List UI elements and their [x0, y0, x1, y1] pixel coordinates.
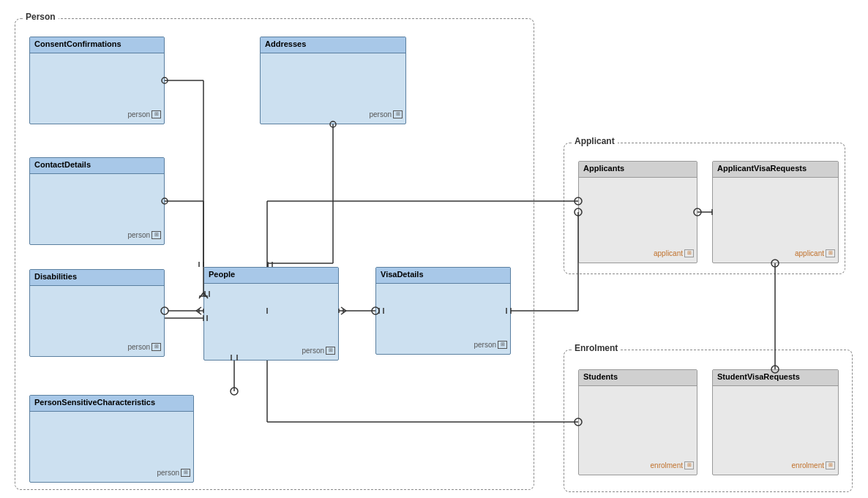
entity-personsensitive: PersonSensitiveCharacteristics person ⊞ [29, 395, 194, 483]
entity-visadetails-footer: person ⊞ [474, 341, 507, 349]
entity-personsensitive-body: person ⊞ [30, 412, 193, 479]
entity-people: People person ⊞ [203, 267, 339, 361]
entity-addresses-body: person ⊞ [261, 53, 405, 121]
entity-students-header: Students [579, 370, 697, 386]
entity-applicantvisarequests-footer: applicant ⊞ [795, 249, 835, 257]
entity-applicants: Applicants applicant ⊞ [578, 161, 697, 263]
entity-students-footer: enrolment ⊞ [651, 461, 694, 469]
entity-contactdetails: ContactDetails person ⊞ [29, 157, 165, 245]
entity-studentvisarequests-footer: enrolment ⊞ [792, 461, 835, 469]
entity-applicantvisarequests-body: applicant ⊞ [713, 178, 838, 260]
entity-applicants-body: applicant ⊞ [579, 178, 697, 260]
entity-disabilities-body: person ⊞ [30, 286, 164, 353]
enrolment-group-label: Enrolment [572, 343, 621, 353]
entity-consent: ConsentConfirmations person ⊞ [29, 37, 165, 124]
entity-consent-header: ConsentConfirmations [30, 37, 164, 53]
entity-visadetails-body: person ⊞ [376, 284, 510, 351]
entity-people-header: People [204, 268, 338, 284]
entity-consent-body: person ⊞ [30, 53, 164, 121]
entity-students-body: enrolment ⊞ [579, 386, 697, 472]
entity-personsensitive-footer: person ⊞ [157, 469, 190, 477]
entity-addresses-footer: person ⊞ [369, 110, 403, 118]
entity-applicantvisarequests: ApplicantVisaRequests applicant ⊞ [712, 161, 839, 263]
entity-disabilities-header: Disabilities [30, 270, 164, 286]
person-group-label: Person [23, 12, 59, 22]
entity-applicantvisarequests-header: ApplicantVisaRequests [713, 162, 838, 178]
entity-visadetails: VisaDetails person ⊞ [375, 267, 511, 355]
entity-personsensitive-header: PersonSensitiveCharacteristics [30, 396, 193, 412]
entity-people-footer: person ⊞ [302, 347, 335, 355]
entity-addresses-header: Addresses [261, 37, 405, 53]
entity-disabilities: Disabilities person ⊞ [29, 269, 165, 357]
entity-applicants-header: Applicants [579, 162, 697, 178]
entity-consent-footer: person ⊞ [127, 110, 161, 118]
entity-disabilities-footer: person ⊞ [127, 343, 161, 351]
entity-visadetails-header: VisaDetails [376, 268, 510, 284]
entity-addresses: Addresses person ⊞ [260, 37, 406, 124]
entity-students: Students enrolment ⊞ [578, 369, 697, 475]
entity-studentvisarequests: StudentVisaRequests enrolment ⊞ [712, 369, 839, 475]
entity-applicants-footer: applicant ⊞ [654, 249, 694, 257]
entity-people-body: person ⊞ [204, 284, 338, 357]
diagram-container: Person Applicant Enrolment ConsentConfir… [7, 7, 861, 491]
applicant-group-label: Applicant [572, 136, 618, 146]
entity-contactdetails-header: ContactDetails [30, 158, 164, 174]
entity-studentvisarequests-header: StudentVisaRequests [713, 370, 838, 386]
entity-studentvisarequests-body: enrolment ⊞ [713, 386, 838, 472]
entity-contactdetails-body: person ⊞ [30, 174, 164, 241]
entity-contactdetails-footer: person ⊞ [127, 231, 161, 239]
